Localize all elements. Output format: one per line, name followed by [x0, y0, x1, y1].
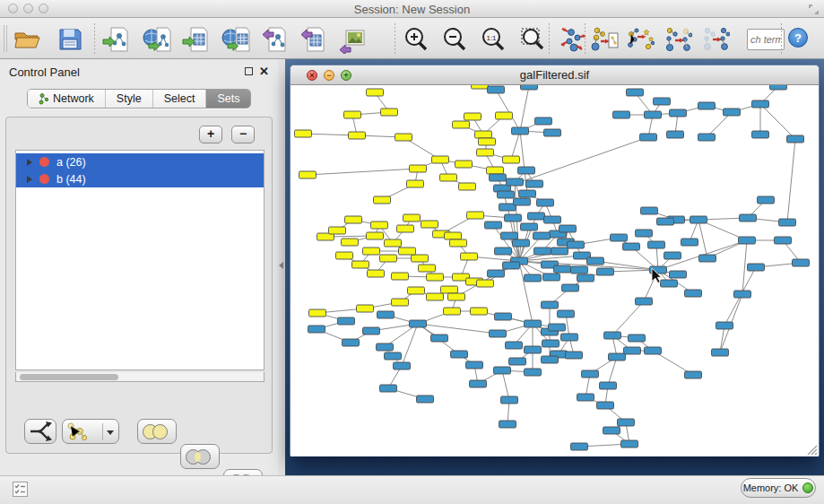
fullscreen-icon[interactable]	[809, 4, 819, 14]
network-canvas[interactable]	[291, 85, 819, 456]
network-desktop: × − + galFiltered.sif	[285, 59, 824, 475]
set-row-a[interactable]: a (26)	[16, 153, 264, 170]
intersection-button[interactable]	[180, 444, 220, 469]
tab-sets[interactable]: Sets	[206, 90, 250, 108]
zoom-fit-selected-icon[interactable]	[518, 25, 547, 54]
tab-network[interactable]: Network	[28, 90, 106, 108]
set-color-dot	[39, 157, 49, 167]
memory-ok-icon	[802, 482, 813, 493]
network-graph[interactable]	[291, 85, 819, 456]
create-set-from-network-button[interactable]	[62, 419, 119, 444]
help-button[interactable]: ?	[786, 26, 810, 49]
tab-select[interactable]: Select	[153, 90, 207, 108]
toolbar-separator	[549, 23, 550, 54]
toolbar-separator	[94, 23, 95, 54]
memory-status-button[interactable]: Memory: OK	[741, 478, 816, 498]
venn-lens	[195, 452, 201, 462]
zoom-out-icon[interactable]	[440, 25, 469, 54]
zoom-actual-size-icon[interactable]: 1:1	[479, 25, 507, 54]
venn-right	[152, 424, 168, 439]
tab-style[interactable]: Style	[106, 90, 153, 108]
app-title: Session: New Session	[0, 3, 824, 16]
network-view-window[interactable]: × − + galFiltered.sif	[290, 65, 820, 456]
network-tab-icon	[39, 93, 49, 105]
toolbar-separator	[395, 23, 395, 54]
toolbar-drag-handle[interactable]	[4, 25, 7, 52]
add-set-button[interactable]: +	[199, 126, 222, 143]
export-network-icon[interactable]	[260, 25, 289, 54]
combo-divider	[102, 423, 103, 440]
open-session-icon[interactable]	[13, 25, 41, 54]
control-panel-header: Control Panel ✕	[0, 59, 278, 84]
set-label: b (44)	[56, 173, 86, 186]
set-color-dot	[39, 174, 49, 184]
union-button[interactable]	[137, 419, 177, 444]
remove-set-button[interactable]: −	[231, 126, 255, 143]
collapse-arrow-icon[interactable]	[279, 262, 283, 269]
sets-panel: + − a (26) b (44)	[5, 117, 273, 454]
expander-icon[interactable]	[27, 159, 32, 166]
set-label: a (26)	[56, 156, 86, 169]
control-panel-tabbar: Network Style Select Sets	[27, 89, 251, 109]
search-input[interactable]	[747, 29, 785, 50]
dropdown-arrow-icon[interactable]	[107, 430, 114, 435]
toolbar-separator	[781, 23, 782, 54]
status-bar: Memory: OK	[0, 475, 824, 504]
resize-grip[interactable]	[805, 443, 818, 456]
import-table-file-icon[interactable]	[182, 25, 211, 54]
close-panel-icon[interactable]: ✕	[259, 65, 269, 78]
network-from-selection-icon[interactable]	[590, 25, 619, 54]
horizontal-scrollbar[interactable]	[15, 372, 265, 382]
app-titlebar: Session: New Session	[0, 0, 824, 18]
sets-list[interactable]: a (26) b (44)	[15, 150, 265, 370]
export-image-icon[interactable]	[337, 25, 366, 54]
hide-selected-icon[interactable]	[664, 25, 692, 54]
scrollbar-thumb[interactable]	[20, 374, 118, 380]
set-network-icon	[63, 420, 90, 443]
import-network-url-icon[interactable]	[143, 25, 171, 54]
network-window-title: galFiltered.sif	[291, 68, 819, 82]
set-row-b[interactable]: b (44)	[16, 170, 264, 187]
panel-splitter[interactable]	[278, 59, 285, 475]
expander-icon[interactable]	[27, 176, 32, 183]
help-icon: ?	[788, 28, 808, 48]
task-history-icon[interactable]	[13, 482, 28, 497]
export-table-icon[interactable]	[299, 25, 327, 54]
zoom-in-icon[interactable]	[402, 25, 430, 54]
show-all-icon[interactable]	[701, 25, 730, 54]
save-session-icon[interactable]	[56, 25, 84, 54]
toolbar-separator	[585, 23, 585, 54]
svg-text:1:1: 1:1	[486, 34, 497, 42]
memory-status-label: Memory: OK	[743, 482, 799, 493]
split-sets-button[interactable]	[24, 419, 56, 444]
float-panel-icon[interactable]	[245, 67, 253, 75]
main-toolbar: 1:1 ?	[0, 18, 824, 59]
import-table-url-icon[interactable]	[221, 25, 250, 54]
control-panel: Control Panel ✕ Network Style Select Set…	[0, 59, 278, 475]
first-neighbors-icon[interactable]	[626, 25, 655, 54]
network-window-titlebar[interactable]: × − + galFiltered.sif	[291, 65, 819, 85]
control-panel-title: Control Panel	[9, 65, 80, 79]
import-network-file-icon[interactable]	[102, 25, 131, 54]
